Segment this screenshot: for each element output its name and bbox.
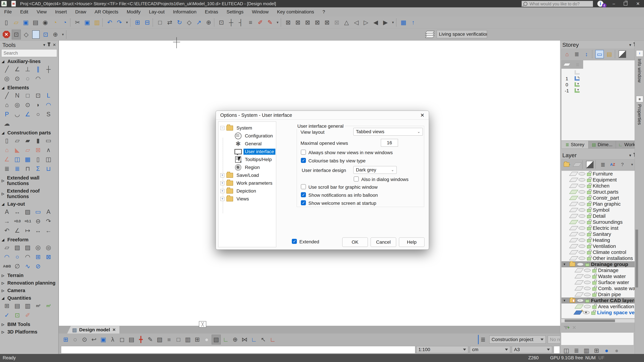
layer-row[interactable]: ▾ Drainage group bbox=[562, 261, 643, 267]
layer-lock-icon[interactable] bbox=[587, 233, 591, 236]
layer-eye-icon[interactable] bbox=[584, 269, 591, 272]
roof-shape-icon[interactable]: △ bbox=[342, 18, 351, 27]
restore-button[interactable] bbox=[620, 0, 630, 7]
layer-plane-icon[interactable] bbox=[569, 202, 578, 206]
walk-through-icon[interactable]: λ bbox=[108, 335, 117, 344]
span-dim-tool[interactable]: ↔ bbox=[33, 226, 43, 235]
selection-menu-icon[interactable]: ▾ bbox=[61, 30, 65, 39]
layer-eye-icon[interactable] bbox=[578, 178, 585, 182]
save-icon[interactable]: ▣ bbox=[22, 18, 30, 27]
layer-plane-icon[interactable] bbox=[569, 178, 578, 182]
window-tool[interactable]: ◫ bbox=[12, 155, 22, 164]
storey-structure-icon[interactable]: ▤ bbox=[605, 50, 614, 58]
area-m2-tool[interactable]: m² bbox=[33, 301, 43, 311]
design-combo[interactable]: Dark grey ⌄ bbox=[353, 166, 397, 174]
arc-tool[interactable]: ◡ bbox=[12, 110, 22, 119]
dialog-title-bar[interactable]: Options - System - User interface ✕ bbox=[216, 111, 429, 120]
menu-item[interactable]: AR Objects bbox=[90, 9, 122, 14]
aux-parallel-tool[interactable]: ∥ bbox=[33, 64, 43, 74]
layer-lock-icon[interactable] bbox=[592, 281, 596, 285]
select-elements-icon[interactable]: ⊡ bbox=[12, 30, 21, 39]
storey-settings-icon[interactable]: ≣ bbox=[572, 50, 581, 58]
layer-row[interactable]: Drainage bbox=[562, 267, 643, 273]
door-swing-tool[interactable]: ◫ bbox=[43, 155, 54, 164]
breakthrough-icon[interactable]: ⊠ bbox=[323, 18, 332, 27]
room-grid-check-tool[interactable]: ⊡ bbox=[12, 311, 22, 320]
fit-view-icon[interactable]: ▣ bbox=[99, 335, 108, 344]
zoom-settings-icon[interactable]: ⊕ bbox=[51, 30, 60, 39]
contour-tool[interactable]: L bbox=[43, 91, 54, 100]
center-view-icon[interactable]: ╋ bbox=[136, 335, 145, 344]
beam-tool[interactable]: ▭ bbox=[43, 136, 54, 145]
tools-section-header[interactable]: ◢ Elements bbox=[0, 83, 58, 91]
circle-arc-tool[interactable]: ◠ bbox=[43, 100, 54, 110]
storey-row[interactable]: 0 ▾ bbox=[562, 82, 643, 88]
draw-rectangle-icon[interactable] bbox=[32, 30, 40, 39]
save-backup-icon[interactable]: ◔ bbox=[60, 18, 69, 27]
layer-plane-icon[interactable]: ✎ bbox=[574, 311, 583, 315]
layer-row[interactable]: Other installations bbox=[562, 255, 643, 261]
new-file-icon[interactable]: ▯ bbox=[2, 18, 11, 27]
menu-item[interactable]: Settings bbox=[222, 9, 248, 14]
layer-lock-icon[interactable] bbox=[587, 215, 591, 218]
tools-section-header[interactable]: ▷ Camera bbox=[0, 286, 58, 294]
layer-lock-icon[interactable] bbox=[587, 197, 591, 200]
layer-stack-icon[interactable]: ◇ bbox=[22, 30, 30, 39]
print-preview-icon[interactable]: ◉ bbox=[41, 18, 50, 27]
aux-perpendicular-tool[interactable]: ⊥ bbox=[22, 64, 33, 74]
angle-arc-tool[interactable]: ∠ bbox=[22, 110, 33, 119]
pin-icon[interactable] bbox=[48, 43, 50, 46]
door-tool[interactable]: ▯ bbox=[33, 155, 43, 164]
layer-plane-icon[interactable] bbox=[574, 274, 584, 278]
menu-item[interactable]: Edit bbox=[16, 9, 32, 14]
edit-contour-icon[interactable]: ✎ bbox=[266, 18, 274, 27]
polyline-tool[interactable]: N bbox=[12, 91, 22, 100]
tree-item[interactable]: + Save/Load bbox=[218, 171, 276, 179]
cut-icon[interactable]: ✂ bbox=[73, 18, 82, 27]
menu-item[interactable]: Information bbox=[169, 9, 200, 14]
polygon-tool[interactable]: ⌂ bbox=[2, 100, 12, 110]
wall-opening-icon[interactable]: ⊠ bbox=[284, 18, 292, 27]
menu-item[interactable]: Window bbox=[248, 9, 273, 14]
eraser-icon[interactable]: ✐ bbox=[256, 18, 265, 27]
aux-circle-radius-tool[interactable]: ◌ bbox=[22, 74, 33, 83]
horizontal-scrollbar[interactable] bbox=[561, 319, 643, 323]
layer-eye-icon[interactable] bbox=[578, 245, 585, 248]
layer-eye-icon[interactable] bbox=[578, 220, 585, 224]
layer-row[interactable]: Comb. waste water bbox=[562, 285, 643, 292]
swap-left-icon[interactable]: ◀ bbox=[371, 18, 380, 27]
text-tool[interactable]: A bbox=[2, 207, 12, 217]
add-filter-icon[interactable]: + bbox=[563, 325, 570, 330]
layer-plane-icon[interactable] bbox=[569, 244, 578, 248]
tools-section-header[interactable]: ▷ 3D Platforms bbox=[0, 328, 58, 335]
tab-info-window[interactable]: Info window bbox=[637, 59, 642, 83]
circle-tangent-tool[interactable]: ◗ bbox=[33, 100, 43, 110]
properties-icon[interactable]: ≣ bbox=[636, 96, 643, 102]
open-file-icon[interactable]: ▱ bbox=[12, 18, 20, 27]
new-layer-group-icon[interactable]: + bbox=[563, 160, 571, 169]
layer-row[interactable]: Struct.parts bbox=[562, 189, 643, 195]
help-button[interactable]: Help bbox=[399, 238, 424, 247]
swap-right-icon[interactable]: ▶ bbox=[381, 18, 390, 27]
close-button[interactable]: ✕ bbox=[633, 0, 643, 7]
layer-eye-icon[interactable] bbox=[578, 184, 585, 188]
wire-box-icon[interactable]: □ bbox=[174, 335, 183, 344]
move-opening-right-icon[interactable]: ▷ bbox=[362, 18, 370, 27]
tools-section-header[interactable]: ▷ Extended roof functions bbox=[0, 187, 58, 200]
dimension-chain-tool[interactable]: ↔ bbox=[12, 207, 22, 217]
mirror-element-icon[interactable]: ⇄ bbox=[165, 18, 174, 27]
redo-icon[interactable]: ↷ bbox=[115, 18, 124, 27]
solid-cut2-tool[interactable]: ⊠ bbox=[43, 252, 54, 262]
niche-opening-icon[interactable]: ⊠ bbox=[303, 18, 312, 27]
room-check-tool[interactable]: ✓ bbox=[2, 311, 12, 320]
checkbox-always-new-windows[interactable] bbox=[301, 150, 306, 155]
layer-eye-icon[interactable] bbox=[578, 251, 585, 254]
layer-row[interactable]: Area verification bbox=[562, 304, 643, 310]
tab-design-model[interactable]: ▧ Design model ✕ bbox=[67, 326, 120, 334]
torus-half-tool[interactable]: ◎ bbox=[43, 243, 54, 252]
tab-properties[interactable]: Properties bbox=[637, 104, 642, 125]
layer-plane-icon[interactable] bbox=[574, 280, 584, 284]
layer-lock-icon[interactable] bbox=[585, 263, 589, 267]
storey-row[interactable] bbox=[562, 70, 643, 76]
tree-item[interactable]: User interface bbox=[218, 148, 276, 156]
